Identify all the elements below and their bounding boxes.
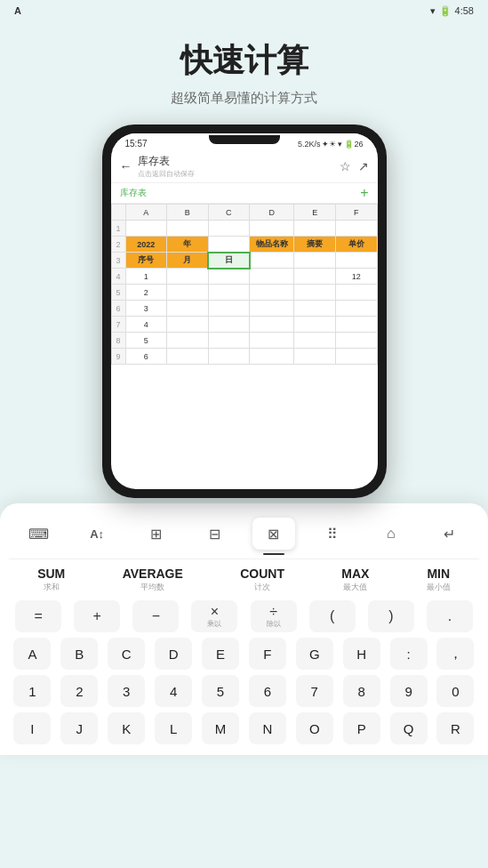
table-icon: ⊞ xyxy=(150,526,162,542)
sheet-toolbar-right: ☆ ↗ xyxy=(340,159,369,173)
layout-icon: ⊟ xyxy=(209,526,220,542)
star-icon[interactable]: ☆ xyxy=(340,159,351,173)
key-j[interactable]: J xyxy=(60,712,98,744)
dot-button[interactable]: . xyxy=(427,600,473,632)
home-button[interactable]: ⌂ xyxy=(370,518,412,550)
grid-view-button[interactable]: ⠿ xyxy=(311,518,354,550)
letter-row-1: A B C D E F G H : ， xyxy=(9,638,479,670)
key-q[interactable]: Q xyxy=(390,712,428,744)
key-a[interactable]: A xyxy=(13,638,51,670)
key-5[interactable]: 5 xyxy=(202,675,239,707)
min-sublabel: 最小值 xyxy=(427,582,451,593)
grid-icon: ⠿ xyxy=(327,526,338,542)
col-header-f: F xyxy=(335,205,377,221)
key-0[interactable]: 0 xyxy=(436,675,474,707)
back-button[interactable]: ← xyxy=(120,159,132,173)
function-icon: ⊠ xyxy=(268,526,279,542)
minus-button[interactable]: − xyxy=(132,600,179,632)
key-2[interactable]: 2 xyxy=(60,675,98,707)
phone-time: 15:57 xyxy=(125,139,148,149)
table-row: 5 2 xyxy=(111,285,377,301)
key-1[interactable]: 1 xyxy=(13,675,51,707)
table-row: 2 2022 年 物品名称 摘要 单价 xyxy=(111,237,377,253)
function-row: SUM 求和 AVERAGE 平均数 COUNT 计次 MAX 最大值 MIN … xyxy=(9,567,479,593)
phone-frame: 15:57 5.2K/s ✦☀ ▾ 🔋26 ← 库存表 点击返回自动保存 xyxy=(102,125,387,498)
share-icon[interactable]: ↗ xyxy=(358,159,369,173)
keyboard-toggle-button[interactable]: ⌨ xyxy=(17,518,60,550)
sum-button[interactable]: SUM 求和 xyxy=(37,567,65,593)
key-p[interactable]: P xyxy=(343,712,380,744)
key-f[interactable]: F xyxy=(249,638,286,670)
count-button[interactable]: COUNT 计次 xyxy=(240,567,284,593)
plus-button[interactable]: + xyxy=(74,600,120,632)
key-m[interactable]: M xyxy=(202,712,239,744)
phone-mockup: 15:57 5.2K/s ✦☀ ▾ 🔋26 ← 库存表 点击返回自动保存 xyxy=(0,116,488,498)
keyboard-icon: ⌨ xyxy=(28,526,49,542)
layout-button[interactable]: ⊟ xyxy=(193,518,236,550)
key-e[interactable]: E xyxy=(202,638,239,670)
table-row: 1 xyxy=(111,221,377,237)
sheet-tab-bar: 库存表 + xyxy=(111,183,378,204)
min-label: MIN xyxy=(427,567,450,581)
average-button[interactable]: AVERAGE 平均数 xyxy=(123,567,183,593)
min-button[interactable]: MIN 最小值 xyxy=(427,567,451,593)
key-7[interactable]: 7 xyxy=(296,675,333,707)
key-g[interactable]: G xyxy=(296,638,333,670)
sheet-tab-name[interactable]: 库存表 xyxy=(120,187,147,199)
sheet-toolbar: ← 库存表 点击返回自动保存 ☆ ↗ xyxy=(111,150,378,183)
key-colon[interactable]: : xyxy=(390,638,428,670)
add-sheet-button[interactable]: + xyxy=(360,185,368,201)
open-paren-button[interactable]: ( xyxy=(309,600,356,632)
key-l[interactable]: L xyxy=(155,712,192,744)
key-4[interactable]: 4 xyxy=(155,675,192,707)
key-comma[interactable]: ， xyxy=(436,638,474,670)
key-b[interactable]: B xyxy=(60,638,98,670)
hero-subtitle: 超级简单易懂的计算方式 xyxy=(18,90,470,107)
phone-screen: 15:57 5.2K/s ✦☀ ▾ 🔋26 ← 库存表 点击返回自动保存 xyxy=(111,133,378,489)
text-format-button[interactable]: A↕ xyxy=(76,518,118,550)
equals-button[interactable]: = xyxy=(15,600,61,632)
average-label: AVERAGE xyxy=(123,567,183,581)
col-header-row xyxy=(111,205,125,221)
phone-wifi: ▾ xyxy=(338,140,342,149)
max-button[interactable]: MAX 最大值 xyxy=(341,567,369,593)
divide-button[interactable]: ÷ 除以 xyxy=(251,600,297,632)
enter-icon: ↵ xyxy=(444,526,455,542)
key-c[interactable]: C xyxy=(108,638,145,670)
status-bar-right: ▾ 🔋 4:58 xyxy=(430,5,474,17)
table-row: 6 3 xyxy=(111,301,377,317)
enter-button[interactable]: ↵ xyxy=(428,518,471,550)
sheet-save-hint: 点击返回自动保存 xyxy=(138,169,195,179)
phone-network: 5.2K/s xyxy=(298,140,321,149)
key-i[interactable]: I xyxy=(13,712,51,744)
col-header-e: E xyxy=(294,205,336,221)
key-h[interactable]: H xyxy=(343,638,380,670)
function-button[interactable]: ⊠ xyxy=(252,518,295,550)
multiply-button[interactable]: × 乘以 xyxy=(191,600,237,632)
app-indicator: A xyxy=(14,5,21,16)
table-row: 9 6 xyxy=(111,349,377,365)
table-row: 3 序号 月 日 xyxy=(111,253,377,269)
key-3[interactable]: 3 xyxy=(108,675,145,707)
table-row: 4 1 12 xyxy=(111,269,377,285)
key-n[interactable]: N xyxy=(249,712,286,744)
phone-signal: ✦☀ xyxy=(322,140,336,149)
key-d[interactable]: D xyxy=(155,638,192,670)
key-6[interactable]: 6 xyxy=(249,675,286,707)
key-8[interactable]: 8 xyxy=(343,675,380,707)
key-9[interactable]: 9 xyxy=(390,675,428,707)
spreadsheet-grid: A B C D E F 1 xyxy=(111,204,378,489)
close-paren-button[interactable]: ) xyxy=(368,600,414,632)
col-header-c: C xyxy=(208,205,250,221)
phone-battery: 🔋26 xyxy=(344,140,363,149)
key-r[interactable]: R xyxy=(436,712,474,744)
home-icon: ⌂ xyxy=(387,526,396,542)
sum-label: SUM xyxy=(37,567,65,581)
table-format-button[interactable]: ⊞ xyxy=(134,518,177,550)
count-sublabel: 计次 xyxy=(254,582,270,593)
key-o[interactable]: O xyxy=(296,712,333,744)
status-bar: A ▾ 🔋 4:58 xyxy=(0,0,488,21)
operator-row: = + − × 乘以 ÷ 除以 ( ) . xyxy=(9,600,479,632)
key-k[interactable]: K xyxy=(108,712,145,744)
table-row: 8 5 xyxy=(111,333,377,349)
